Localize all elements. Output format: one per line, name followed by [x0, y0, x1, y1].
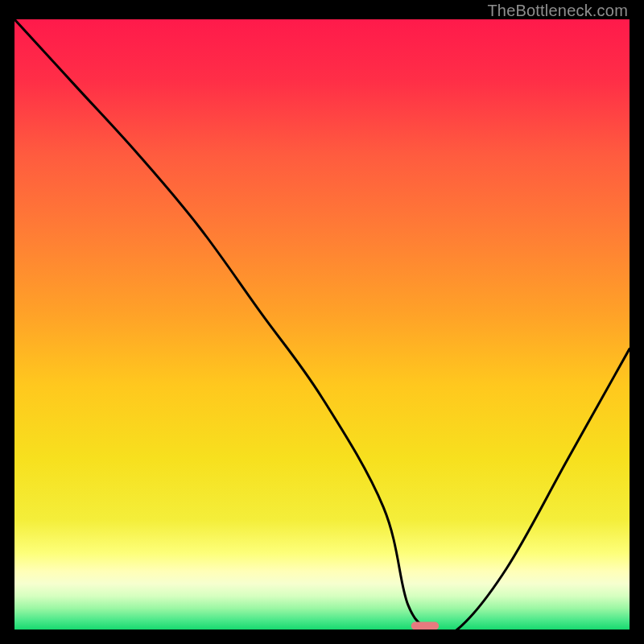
gradient-background [14, 19, 630, 630]
optimal-marker [411, 621, 439, 630]
watermark-text: TheBottleneck.com [487, 2, 628, 20]
bottleneck-chart [14, 19, 630, 630]
chart-frame: TheBottleneck.com [0, 0, 644, 644]
plot-area [14, 19, 630, 630]
